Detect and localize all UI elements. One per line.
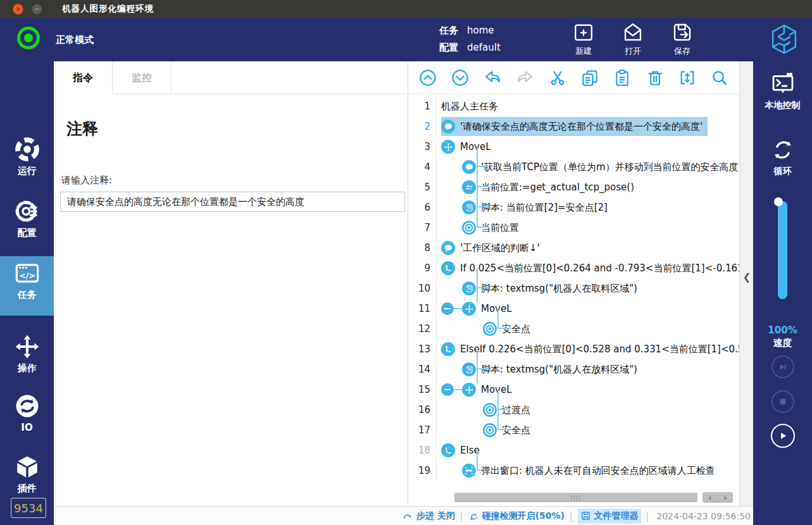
speed-label: 速度 xyxy=(753,337,812,349)
tree-row: 18 Else xyxy=(408,440,739,460)
editor-tabbar: 指令 监控 xyxy=(54,61,408,94)
sidebar-item-io[interactable]: IO xyxy=(0,389,54,448)
collision-detection-icon xyxy=(468,510,479,521)
sidebar-item-label: 配置 xyxy=(0,227,54,239)
collapse-panel-icon[interactable]: ❮ xyxy=(740,271,754,283)
speed-readout: 100% 速度 xyxy=(753,324,812,349)
task-config-info: 任务 home 配置 default xyxy=(439,22,501,56)
script-icon xyxy=(462,281,476,295)
tree-row: 12 安全点 xyxy=(408,319,739,339)
delete-button[interactable] xyxy=(645,68,665,88)
config-label: 配置 xyxy=(439,39,458,56)
status-bar: 步进 关闭 | 碰撞检测开启(50%) | 文件管理器 | 2024-04-23… xyxy=(54,506,753,525)
save-button[interactable]: 保存 xyxy=(659,21,705,57)
tree-connector xyxy=(477,147,489,167)
file-manager-icon xyxy=(580,510,591,521)
paste-button[interactable] xyxy=(612,68,632,88)
line-number: 16 xyxy=(408,400,437,420)
line-number: 4 xyxy=(408,157,437,177)
panel-collapse-strip: ❮ xyxy=(739,61,753,506)
window-minimize-button[interactable]: − xyxy=(32,4,42,15)
file-manager-button[interactable]: 文件管理器 xyxy=(578,509,641,524)
if-branch-icon xyxy=(441,342,455,356)
tree-connector xyxy=(477,207,489,228)
program-tree: 1 机器人主任务 2 '请确保安全点的高度无论在那个位置都是一个安全的高度' xyxy=(408,96,739,481)
window-titlebar: × − 机器人图形化编程环境 xyxy=(0,0,812,18)
scroll-right-icon[interactable]: › xyxy=(724,493,727,502)
tree-row: 19 弹出窗口: 机器人未在可自动回安全点的区域请人工检查 xyxy=(408,460,739,481)
node-main-task[interactable]: 机器人主任务 xyxy=(441,98,503,115)
node-waypoint[interactable]: 当前位置 xyxy=(462,218,524,237)
move-down-button[interactable] xyxy=(450,68,470,88)
tree-row: 5 当前位置:=get_actual_tcp_pose() xyxy=(408,177,739,197)
line-number: 19 xyxy=(408,460,437,481)
step-mode-toggle[interactable]: 步进 关闭 xyxy=(403,510,455,522)
copy-button[interactable] xyxy=(580,68,600,88)
step-forward-icon xyxy=(777,361,789,373)
window-close-button[interactable]: × xyxy=(13,4,23,15)
collision-detection-status[interactable]: 碰撞检测开启(50%) xyxy=(468,510,565,522)
node-popup[interactable]: 弹出窗口: 机器人未在可自动回安全点的区域请人工检查 xyxy=(462,461,720,480)
datetime-display: 2024-04-23 09:56:50 xyxy=(656,511,751,521)
comment-input[interactable] xyxy=(60,192,405,212)
sidebar-item-task[interactable]: </> 任务 xyxy=(0,256,54,316)
line-number: 15 xyxy=(408,380,437,400)
stop-button[interactable] xyxy=(771,390,794,413)
task-label: 任务 xyxy=(439,22,458,39)
line-number: 13 xyxy=(408,339,437,359)
scroll-left-icon[interactable]: ‹ xyxy=(709,493,712,502)
new-file-icon xyxy=(561,21,606,44)
right-sidebar: 本地控制 循环 100% 速度 xyxy=(753,61,812,525)
operate-icon xyxy=(0,333,54,360)
instruction-panel: 指令 监控 注释 请输入注释: xyxy=(54,61,408,506)
tree-row: 13 ElseIf 0.226<当前位置[0]<0.528 and 0.331<… xyxy=(408,339,739,359)
play-button[interactable] xyxy=(771,424,795,448)
cut-button[interactable] xyxy=(547,68,568,88)
local-control-button[interactable]: 本地控制 xyxy=(753,71,812,111)
speed-slider-track[interactable] xyxy=(778,201,787,299)
tree-connector xyxy=(497,309,510,329)
sidebar-item-operate[interactable]: 操作 xyxy=(0,330,54,389)
tree-row: 1 机器人主任务 xyxy=(408,96,739,116)
settings-icon xyxy=(0,198,54,225)
node-comment[interactable]: '工作区域的判断↓' xyxy=(441,238,545,257)
collapse-toggle-icon[interactable] xyxy=(441,302,454,315)
comment-icon xyxy=(462,160,476,174)
redo-button[interactable] xyxy=(515,68,535,88)
undo-button[interactable] xyxy=(482,68,503,88)
tab-instruction[interactable]: 指令 xyxy=(54,61,113,94)
tree-row: 16 过渡点 xyxy=(408,400,739,420)
sidebar-item-config[interactable]: 配置 xyxy=(0,194,54,254)
loop-button[interactable]: 循环 xyxy=(753,137,812,177)
expand-collapse-button[interactable] xyxy=(677,68,697,88)
step-forward-button[interactable] xyxy=(771,355,794,378)
collapse-toggle-icon[interactable] xyxy=(441,383,454,396)
tree-row: 8 '工作区域的判断↓' xyxy=(408,238,739,258)
line-number: 9 xyxy=(408,258,437,278)
node-comment[interactable]: '获取当前TCP位置（单位为m）并移动到当前位置的安全高度 xyxy=(462,158,744,176)
line-number: 7 xyxy=(408,218,437,238)
speed-slider-handle[interactable] xyxy=(774,197,783,206)
line-number: 17 xyxy=(408,420,437,440)
move-up-button[interactable] xyxy=(418,68,438,88)
search-button[interactable] xyxy=(709,68,730,88)
waypoint-icon xyxy=(483,423,497,437)
line-number: 11 xyxy=(408,299,437,319)
movel-icon xyxy=(441,140,455,154)
scroll-arrow-buttons[interactable]: ‹ › xyxy=(703,492,733,503)
new-button[interactable]: 新建 xyxy=(561,21,606,57)
open-button[interactable]: 打开 xyxy=(610,21,656,57)
tree-row: 7 当前位置 xyxy=(408,218,739,238)
step-mode-icon xyxy=(403,510,413,521)
config-value: default xyxy=(467,39,501,56)
svg-text:</>: </> xyxy=(19,271,35,280)
script-icon xyxy=(462,201,476,214)
line-number: 8 xyxy=(408,238,437,258)
tree-row: 17 安全点 xyxy=(408,420,739,440)
tree-row: 2 '请确保安全点的高度无论在那个位置都是一个安全的高度' xyxy=(408,116,739,137)
sidebar-item-run[interactable]: 运行 xyxy=(0,132,54,192)
node-comment[interactable]: '请确保安全点的高度无论在那个位置都是一个安全的高度' xyxy=(441,117,708,136)
task-value: home xyxy=(467,22,494,39)
tab-monitor[interactable]: 监控 xyxy=(113,61,172,94)
horizontal-scrollbar[interactable] xyxy=(454,493,697,502)
